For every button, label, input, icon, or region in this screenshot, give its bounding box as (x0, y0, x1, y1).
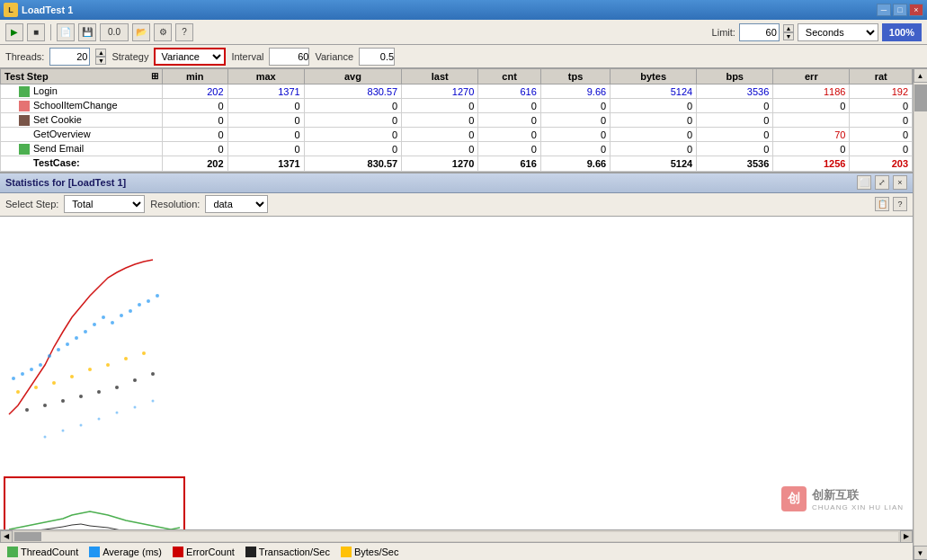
svg-point-25 (142, 351, 146, 355)
threads-spin-down[interactable]: ▼ (95, 57, 106, 65)
legend-color-box (245, 547, 256, 557)
stats-close-button[interactable]: × (893, 175, 907, 190)
save-button[interactable]: 💾 (78, 23, 96, 41)
col-max: max (227, 69, 304, 84)
col-bytes: bytes (611, 69, 697, 84)
svg-point-6 (57, 348, 60, 351)
svg-point-9 (84, 330, 87, 333)
svg-point-13 (120, 314, 123, 317)
row-last-cell: 0 (402, 113, 478, 128)
row-rat-cell: 0 (850, 142, 913, 156)
spin-down[interactable]: ▼ (783, 32, 794, 40)
window-controls: ─ □ × (877, 4, 923, 16)
scroll-right-button[interactable]: ▶ (900, 530, 913, 543)
legend-color-box (173, 547, 183, 557)
limit-spinner[interactable]: ▲ ▼ (783, 24, 794, 40)
strategy-select[interactable]: Variance Fixed (154, 48, 226, 66)
svg-point-38 (116, 411, 119, 413)
scroll-thumb-v[interactable] (914, 84, 927, 111)
threads-input[interactable] (49, 48, 90, 66)
svg-point-28 (61, 399, 65, 403)
legend-item: Bytes/Sec (341, 547, 399, 557)
svg-point-35 (62, 429, 65, 431)
stats-detach-button[interactable]: ⬜ (857, 175, 871, 190)
maximize-button[interactable]: □ (893, 4, 907, 16)
row-name-cell: SchoolItemChange (1, 99, 163, 113)
row-name-cell: Login (1, 84, 163, 99)
row-min-cell: 0 (163, 128, 228, 142)
svg-point-11 (102, 316, 105, 319)
table-header: Test Step ⊞ min max avg last cnt tps byt… (1, 69, 913, 84)
spin-up[interactable]: ▲ (783, 24, 794, 32)
threads-label: Threads: (5, 51, 44, 62)
stats-expand-button[interactable]: ⤢ (875, 175, 889, 190)
stats-copy-button[interactable]: 📋 (875, 197, 889, 211)
variance-input[interactable] (359, 48, 395, 66)
step-select[interactable]: Total Login (64, 195, 145, 213)
svg-point-8 (75, 336, 78, 340)
expand-icon[interactable]: ⊞ (151, 71, 158, 81)
help-button[interactable]: ? (175, 23, 193, 41)
table-row: GetOverview00000000700 (1, 128, 913, 142)
scroll-thumb-h[interactable] (14, 532, 41, 541)
time-unit-select[interactable]: Seconds Minutes (798, 23, 878, 41)
scroll-up-button[interactable]: ▲ (914, 68, 928, 83)
scroll-left-button[interactable]: ◀ (0, 530, 13, 543)
table-row: Login2021371830.5712706169.6651243536118… (1, 84, 913, 99)
row-name-cell: TestCase: (1, 156, 163, 171)
stats-panel: Statistics for [LoadTest 1] ⬜ ⤢ × Select… (0, 172, 913, 560)
row-tps-cell: 9.66 (540, 84, 610, 99)
row-avg-cell: 0 (304, 142, 401, 156)
open-button[interactable]: 📂 (132, 23, 150, 41)
app-icon: L (4, 3, 18, 17)
scroll-down-button[interactable]: ▼ (914, 546, 928, 560)
col-avg: avg (304, 69, 401, 84)
row-err-cell (773, 113, 850, 128)
svg-point-24 (124, 357, 128, 360)
row-rat-cell: 0 (850, 128, 913, 142)
svg-point-32 (133, 378, 137, 382)
row-rat-cell: 203 (850, 156, 913, 171)
row-avg-cell: 0 (304, 113, 401, 128)
settings-button[interactable]: ⚙ (154, 23, 172, 41)
table-row: Set Cookie000000000 (1, 113, 913, 128)
stats-controls: Select Step: Total Login Resolution: dat… (0, 193, 913, 217)
toolbar: ▶ ■ 📄 💾 0.0 📂 ⚙ ? Limit: ▲ ▼ Seconds Min… (0, 20, 927, 45)
minimize-button[interactable]: ─ (877, 4, 891, 16)
resolution-select[interactable]: data 1s 5s (205, 195, 268, 213)
stats-help-button[interactable]: ? (893, 197, 907, 211)
threads-spinner[interactable]: ▲ ▼ (95, 49, 106, 65)
row-min-cell: 202 (163, 156, 228, 171)
svg-point-16 (147, 299, 150, 303)
separator-1 (50, 24, 51, 40)
row-tps-cell: 0 (540, 128, 610, 142)
row-last-cell: 0 (402, 99, 478, 113)
stop-button[interactable]: ■ (27, 23, 45, 41)
stats-title: Statistics for [LoadTest 1] (5, 177, 853, 188)
row-rat-cell: 192 (850, 84, 913, 99)
watermark-text: 创新互联 (812, 487, 904, 503)
counter-display: 0.0 (100, 23, 129, 41)
watermark-subtext: CHUANG XIN HU LIAN (812, 503, 904, 511)
row-bps-cell: 0 (697, 128, 773, 142)
chart-svg (0, 217, 913, 529)
new-button[interactable]: 📄 (57, 23, 75, 41)
row-bytes-cell: 5124 (611, 156, 697, 171)
row-err-cell: 1256 (773, 156, 850, 171)
row-avg-cell: 0 (304, 128, 401, 142)
row-tps-cell: 9.66 (540, 156, 610, 171)
threads-spin-up[interactable]: ▲ (95, 49, 106, 57)
interval-input[interactable] (269, 48, 309, 66)
title-bar: L LoadTest 1 ─ □ × (0, 0, 927, 20)
svg-point-26 (25, 408, 29, 412)
row-min-cell: 202 (163, 84, 228, 99)
table-row: TestCase:2021371830.5712706169.665124353… (1, 156, 913, 171)
table-row: SchoolItemChange0000000000 (1, 99, 913, 113)
row-cnt-cell: 616 (478, 156, 541, 171)
row-color-spacer (19, 159, 30, 170)
col-last: last (402, 69, 478, 84)
limit-label: Limit: (712, 27, 735, 38)
close-button[interactable]: × (909, 4, 923, 16)
limit-input[interactable] (739, 23, 780, 41)
play-button[interactable]: ▶ (5, 23, 23, 41)
